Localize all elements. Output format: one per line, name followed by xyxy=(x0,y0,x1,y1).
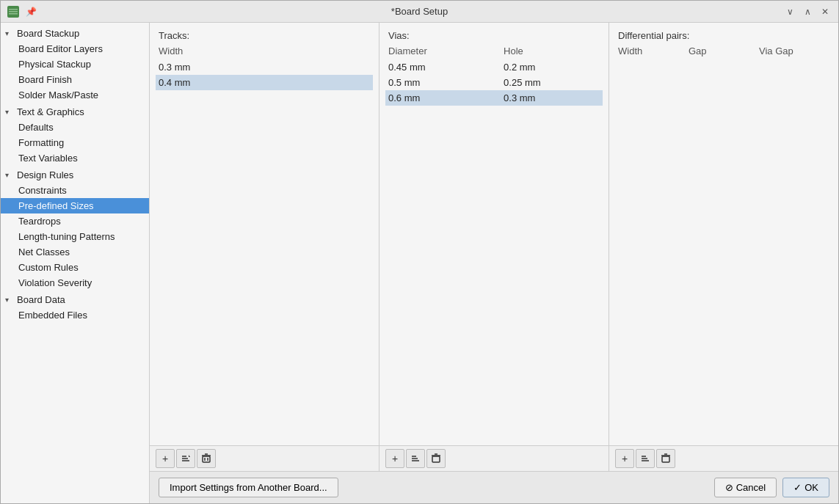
footer: Import Settings from Another Board... ⊘ … xyxy=(150,471,838,503)
svg-rect-15 xyxy=(432,456,440,462)
sidebar-group-board-stackup[interactable]: ▾ Board Stackup xyxy=(1,26,149,41)
footer-left: Import Settings from Another Board... xyxy=(159,478,338,497)
sidebar-item-solder-mask-paste[interactable]: Solder Mask/Paste xyxy=(1,87,149,103)
svg-rect-1 xyxy=(9,9,18,10)
sidebar-group-design-rules[interactable]: ▾ Design Rules xyxy=(1,167,149,183)
sidebar: ▾ Board Stackup Board Editor Layers Phys… xyxy=(1,23,150,503)
sidebar-section-board-data: ▾ Board Data Embedded Files xyxy=(1,292,149,323)
track-width-value: 0.4 mm xyxy=(159,77,370,88)
minimize-button[interactable]: ∨ xyxy=(782,4,797,19)
sidebar-item-net-classes[interactable]: Net Classes xyxy=(1,244,149,260)
via-diameter-value: 0.5 mm xyxy=(388,77,504,88)
tracks-columns: Width xyxy=(150,45,379,59)
tracks-col-width: Width xyxy=(159,45,370,56)
vias-toolbar: + xyxy=(379,445,609,471)
ok-icon: ✓ xyxy=(793,482,802,493)
diff-pairs-header: Differential pairs: xyxy=(609,23,838,45)
svg-rect-2 xyxy=(9,11,18,12)
chevron-icon: ▾ xyxy=(5,296,14,304)
sidebar-group-text-graphics[interactable]: ▾ Text & Graphics xyxy=(1,104,149,120)
vias-delete-button[interactable] xyxy=(426,449,446,468)
sidebar-group-board-data[interactable]: ▾ Board Data xyxy=(1,292,149,307)
svg-rect-21 xyxy=(662,456,669,462)
via-hole-value: 0.2 mm xyxy=(504,62,600,73)
main-content: ▾ Board Stackup Board Editor Layers Phys… xyxy=(1,23,838,503)
table-row[interactable]: 0.3 mm xyxy=(156,59,373,75)
content-area: Tracks: Width 0.3 mm 0.4 mm + xyxy=(150,23,838,503)
sidebar-item-board-editor-layers[interactable]: Board Editor Layers xyxy=(1,41,149,56)
footer-right: ⊘ Cancel ✓ OK xyxy=(714,478,829,497)
vias-list[interactable]: 0.45 mm 0.2 mm 0.5 mm 0.25 mm 0.6 mm 0.3… xyxy=(379,59,609,445)
cancel-button[interactable]: ⊘ Cancel xyxy=(714,478,777,497)
sidebar-item-defaults[interactable]: Defaults xyxy=(1,120,149,135)
track-width-value: 0.3 mm xyxy=(159,62,370,73)
board-setup-window: 📌 *Board Setup ∨ ∧ ✕ ▾ Board Stackup Boa… xyxy=(0,0,839,504)
via-diameter-value: 0.6 mm xyxy=(388,92,504,103)
table-row[interactable]: 0.5 mm 0.25 mm xyxy=(385,75,603,90)
close-button[interactable]: ✕ xyxy=(818,4,832,19)
diff-pairs-toolbar: + xyxy=(609,445,838,471)
app-icon xyxy=(7,5,20,18)
sidebar-group-label: Board Stackup xyxy=(17,28,79,39)
titlebar-controls: ∨ ∧ ✕ xyxy=(782,4,832,19)
sidebar-item-violation-severity[interactable]: Violation Severity xyxy=(1,275,149,291)
tracks-panel: Tracks: Width 0.3 mm 0.4 mm + xyxy=(150,23,379,471)
sidebar-item-teardrops[interactable]: Teardrops xyxy=(1,213,149,229)
diff-pairs-col-width: Width xyxy=(618,45,689,56)
chevron-icon: ▾ xyxy=(5,29,14,37)
diff-pairs-sort-button[interactable] xyxy=(636,449,655,468)
sidebar-item-custom-rules[interactable]: Custom Rules xyxy=(1,260,149,275)
import-settings-button[interactable]: Import Settings from Another Board... xyxy=(159,478,338,497)
sidebar-item-constraints[interactable]: Constraints xyxy=(1,183,149,198)
vias-panel: Vias: Diameter Hole 0.45 mm 0.2 mm 0.5 m… xyxy=(379,23,609,471)
via-hole-value: 0.3 mm xyxy=(504,92,600,103)
sidebar-item-text-variables[interactable]: Text Variables xyxy=(1,150,149,166)
titlebar-left: 📌 xyxy=(7,5,37,18)
diff-pairs-col-via-gap: Via Gap xyxy=(759,45,829,56)
sidebar-group-label: Text & Graphics xyxy=(17,106,84,117)
table-row[interactable]: 0.45 mm 0.2 mm xyxy=(385,59,603,75)
tracks-toolbar: + xyxy=(150,445,379,471)
tracks-add-button[interactable]: + xyxy=(156,449,175,468)
svg-rect-7 xyxy=(203,456,210,462)
via-hole-value: 0.25 mm xyxy=(504,77,600,88)
ok-button[interactable]: ✓ OK xyxy=(782,478,829,497)
pin-icon: 📌 xyxy=(24,5,37,18)
sidebar-section-board-stackup: ▾ Board Stackup Board Editor Layers Phys… xyxy=(1,26,149,103)
diff-pairs-list[interactable] xyxy=(609,59,838,445)
sidebar-item-embedded-files[interactable]: Embedded Files xyxy=(1,307,149,323)
sidebar-item-formatting[interactable]: Formatting xyxy=(1,135,149,150)
sidebar-item-length-tuning-patterns[interactable]: Length-tuning Patterns xyxy=(1,229,149,244)
sidebar-section-text-graphics: ▾ Text & Graphics Defaults Formatting Te… xyxy=(1,104,149,166)
window-title: *Board Setup xyxy=(391,6,448,17)
table-row[interactable]: 0.4 mm xyxy=(156,75,373,90)
maximize-button[interactable]: ∧ xyxy=(800,4,815,19)
vias-col-diameter: Diameter xyxy=(388,45,504,56)
diff-pairs-delete-button[interactable] xyxy=(656,449,675,468)
svg-rect-3 xyxy=(9,13,18,15)
diff-pairs-panel: Differential pairs: Width Gap Via Gap + xyxy=(609,23,838,471)
ok-label: OK xyxy=(805,482,818,493)
sidebar-item-physical-stackup[interactable]: Physical Stackup xyxy=(1,56,149,72)
tracks-sort-button[interactable] xyxy=(176,449,195,468)
chevron-icon: ▾ xyxy=(5,171,14,179)
vias-sort-button[interactable] xyxy=(406,449,425,468)
vias-col-hole: Hole xyxy=(504,45,600,56)
table-row[interactable]: 0.6 mm 0.3 mm xyxy=(385,90,603,106)
tracks-delete-button[interactable] xyxy=(197,449,216,468)
vias-add-button[interactable]: + xyxy=(385,449,404,468)
chevron-icon: ▾ xyxy=(5,108,14,116)
sidebar-item-board-finish[interactable]: Board Finish xyxy=(1,72,149,87)
diff-pairs-add-button[interactable]: + xyxy=(615,449,634,468)
via-diameter-value: 0.45 mm xyxy=(388,62,504,73)
cancel-icon: ⊘ xyxy=(725,482,733,493)
sidebar-item-pre-defined-sizes[interactable]: Pre-defined Sizes xyxy=(1,198,149,213)
sidebar-section-design-rules: ▾ Design Rules Constraints Pre-defined S… xyxy=(1,167,149,291)
panels-row: Tracks: Width 0.3 mm 0.4 mm + xyxy=(150,23,838,471)
diff-pairs-col-gap: Gap xyxy=(689,45,759,56)
tracks-list[interactable]: 0.3 mm 0.4 mm xyxy=(150,59,379,445)
vias-header: Vias: xyxy=(379,23,609,45)
titlebar: 📌 *Board Setup ∨ ∧ ✕ xyxy=(1,1,838,23)
vias-columns: Diameter Hole xyxy=(379,45,609,59)
tracks-header: Tracks: xyxy=(150,23,379,45)
